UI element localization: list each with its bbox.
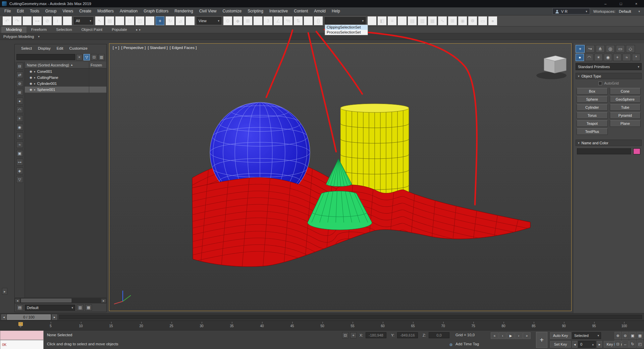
scrollbar-thumb[interactable] [21, 299, 71, 302]
geometry-category-icon[interactable]: ● [576, 54, 584, 61]
explorer-display-lights-icon[interactable]: ☀ [16, 115, 23, 122]
material-editor-icon[interactable]: ◉ [458, 16, 467, 25]
maxscript-mini-listener[interactable]: OK [0, 340, 44, 349]
next-frame-button[interactable]: › [515, 332, 523, 339]
rendered-frame-window-icon[interactable]: ▭ [478, 16, 487, 25]
primitive-button[interactable]: Teapot [577, 120, 608, 127]
expand-panel-arrow[interactable]: ▸ [2, 288, 7, 295]
window-crossing-icon[interactable]: ◫ [136, 16, 144, 25]
primitive-button[interactable]: GeoSphere [610, 96, 641, 103]
clear-search-icon[interactable]: × [76, 54, 83, 60]
menu-item[interactable]: Views [59, 7, 76, 15]
time-slider-thumb[interactable]: 0 / 100 [7, 314, 51, 320]
orbit-icon[interactable]: ↻ [629, 340, 636, 348]
x-coordinate-field[interactable]: -180,948 [366, 332, 386, 338]
toolbar-icon[interactable] [146, 16, 154, 25]
explorer-display-none-icon[interactable]: ⊘ [16, 80, 23, 87]
cameras-category-icon[interactable]: ◉ [604, 54, 612, 61]
ribbon-config-button[interactable]: ● ▾ [136, 28, 141, 33]
go-to-end-button[interactable]: » [523, 332, 531, 339]
menu-item[interactable]: Help [329, 7, 343, 15]
object-color-swatch[interactable] [633, 148, 640, 154]
next-key-button[interactable]: ▸ [597, 341, 602, 348]
zoom-extents-icon[interactable]: ▣ [629, 332, 636, 339]
shapes-category-icon[interactable]: ◠ [585, 54, 593, 61]
visibility-eye-icon[interactable]: ◉ [30, 88, 32, 91]
ribbon-tab[interactable]: Modeling [1, 27, 26, 33]
primitive-button[interactable]: Cylinder [577, 104, 608, 111]
autogrid-checkbox[interactable] [598, 82, 602, 85]
explorer-search-input[interactable] [16, 54, 75, 60]
primitive-button[interactable]: Pyramid [610, 112, 641, 119]
render-setup-icon[interactable]: ☸ [468, 16, 477, 25]
create-tab-icon[interactable]: + [576, 45, 585, 53]
explorer-empty-area[interactable] [25, 93, 106, 298]
utilities-tab-icon[interactable]: ◇ [626, 45, 635, 53]
explorer-column-header[interactable]: Name (Sorted Ascending) ▲ Frozen [25, 62, 106, 68]
primitive-button[interactable]: Box [577, 88, 608, 95]
keyboard-shortcut-override-icon[interactable]: ⊞ [244, 16, 252, 25]
selection-set-option[interactable]: ClippingSelectionSet [325, 25, 368, 30]
modify-tab-icon[interactable]: ↪ [586, 45, 595, 53]
z-coordinate-field[interactable]: 0,0 [429, 332, 449, 338]
explorer-display-materials-icon[interactable]: ◈ [16, 167, 23, 174]
auto-key-button[interactable]: Auto Key [550, 332, 571, 339]
frame-number-field[interactable]: 0 ▴ [578, 341, 596, 348]
select-and-manipulate-icon[interactable]: ◆ [233, 16, 242, 25]
lock-explorer-icon[interactable]: ⊡ [91, 54, 97, 60]
go-to-start-button[interactable]: « [491, 332, 498, 339]
absolute-offset-toggle-icon[interactable]: + [350, 332, 357, 338]
explorer-display-spacewarps-icon[interactable]: ≈ [16, 141, 23, 148]
align-icon[interactable]: ≡ [388, 16, 396, 25]
explorer-menu[interactable]: Customize [66, 46, 91, 50]
lights-category-icon[interactable]: ☀ [594, 54, 603, 61]
primitive-button[interactable]: Torus [577, 112, 608, 119]
display-tab-icon[interactable]: ▭ [616, 45, 625, 53]
name-column-header[interactable]: Name (Sorted Ascending) [27, 63, 69, 67]
macro-recorder-field[interactable] [0, 331, 44, 340]
primitive-button[interactable]: Sphere [577, 96, 608, 103]
primitive-button[interactable]: Cone [610, 88, 641, 95]
explorer-display-cameras-icon[interactable]: ◉ [16, 124, 23, 131]
menu-item[interactable]: Tools [27, 7, 42, 15]
previous-key-button[interactable]: ◂ [572, 341, 577, 348]
object-name-field[interactable] [577, 148, 631, 154]
previous-frame-arrow[interactable]: ◂ [1, 314, 6, 320]
toolbar-icon[interactable] [186, 16, 195, 25]
menu-item[interactable]: Graph Editors [141, 7, 171, 15]
select-and-link-icon[interactable]: ⊶ [33, 16, 42, 25]
minimize-button[interactable]: – [598, 0, 613, 7]
visibility-eye-icon[interactable]: ◉ [30, 82, 32, 85]
visibility-eye-icon[interactable]: ◉ [30, 70, 32, 73]
toolbar-icon[interactable] [23, 16, 32, 25]
primitive-button[interactable]: Tube [610, 104, 641, 111]
maximize-viewport-icon[interactable]: ◰ [637, 340, 643, 348]
explorer-config-icon-2[interactable]: ▦ [85, 304, 92, 311]
viewport-label[interactable]: [ Perspective ] [121, 46, 146, 50]
zoom-extents-all-icon[interactable]: ▦ [637, 332, 643, 339]
maximize-button[interactable]: □ [613, 0, 629, 7]
explorer-lock-cell-editing-icon[interactable]: ⊟ [16, 63, 23, 69]
space-warps-category-icon[interactable]: ≈ [623, 54, 631, 61]
toolbar-icon[interactable] [368, 16, 376, 25]
choose-columns-icon[interactable]: ▥ [98, 54, 105, 60]
visibility-eye-icon[interactable]: ◉ [30, 76, 32, 79]
explorer-sync-selection-icon[interactable]: ⇄ [16, 71, 23, 78]
object-type-rollout-header[interactable]: ▾ Object Type [576, 73, 642, 79]
polygon-modeling-label[interactable]: Polygon Modeling [3, 35, 34, 39]
menu-item[interactable]: Group [42, 7, 59, 15]
previous-frame-button[interactable]: ‹ [499, 332, 506, 339]
menu-item[interactable]: Create [76, 7, 94, 15]
ribbon-tab[interactable]: Selection [51, 27, 76, 33]
toolbar-icon[interactable] [63, 16, 72, 25]
add-keys-button[interactable]: + [536, 332, 547, 348]
timeline-ruler[interactable]: 0510152025303540455055606570758085909510… [0, 320, 644, 330]
spinner-snap-icon[interactable]: ⇅ [294, 16, 303, 25]
toolbar-icon[interactable] [398, 16, 407, 25]
pan-icon[interactable]: ↔ [622, 340, 629, 348]
primitive-category-dropdown[interactable]: Standard Primitives ▾ [576, 63, 642, 70]
explorer-display-geometry-icon[interactable]: ● [16, 98, 23, 104]
explorer-display-helpers-icon[interactable]: + [16, 133, 23, 139]
menu-item[interactable]: Animation [117, 7, 141, 15]
zoom-all-icon[interactable]: ⊚ [622, 332, 629, 339]
